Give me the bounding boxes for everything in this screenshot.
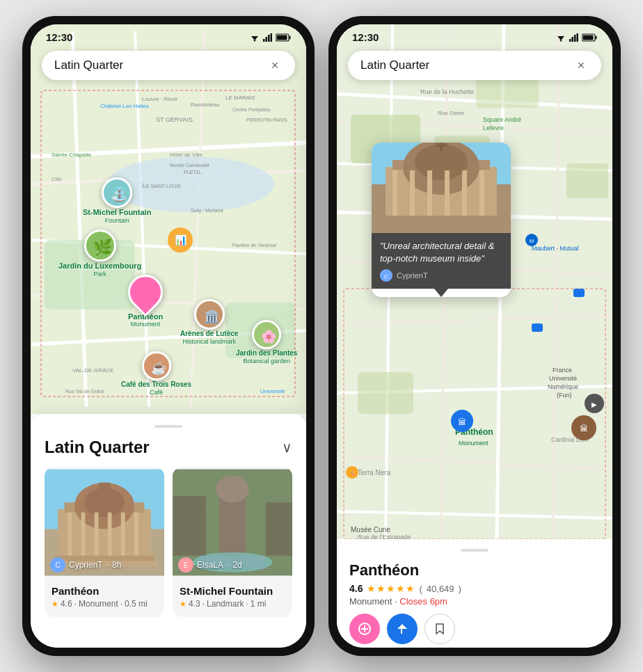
- svg-text:Rue Dante: Rue Dante: [438, 110, 465, 116]
- marker-arenes[interactable]: 🏛️ Arènes de Lutèce Historical landmark: [180, 299, 238, 345]
- svg-text:M: M: [530, 238, 534, 244]
- svg-text:ST GERVAIS: ST GERVAIS: [156, 116, 193, 123]
- card-time-pantheon: ·: [106, 560, 109, 570]
- svg-text:Lefevre: Lefevre: [483, 125, 504, 131]
- stars-row: ★ ★ ★ ★ ★: [367, 583, 415, 594]
- svg-text:Numérique: Numérique: [548, 383, 578, 390]
- card-avatar-pantheon: C: [50, 557, 65, 573]
- close-button-right[interactable]: ×: [573, 58, 589, 73]
- card-stmichel[interactable]: E ElsaLA · 2d St-Michel Fountain ★ 4.3: [173, 467, 292, 617]
- map-right[interactable]: M M B Rue de la Huchette Cluny La Sorbon…: [337, 24, 612, 539]
- popup-username: CyprienT: [397, 271, 428, 280]
- close-button-left[interactable]: ×: [267, 58, 283, 73]
- svg-text:Musée Carnavalet: Musée Carnavalet: [170, 163, 209, 168]
- svg-text:Louvre · Rivoli: Louvre · Rivoli: [142, 96, 177, 102]
- drag-handle: [154, 425, 182, 428]
- status-icons-right: [555, 33, 597, 42]
- marker-jardin-plantes[interactable]: 🌸 Jardin des Plantes Botanical garden: [236, 320, 297, 365]
- chevron-down-icon[interactable]: ∨: [282, 439, 292, 456]
- bookmark-icon: [434, 623, 446, 635]
- bottom-panel-right: Panthéon 4.6 ★ ★ ★ ★ ★ ( 40,649 ) Monume…: [337, 539, 612, 648]
- svg-rect-4: [268, 35, 270, 42]
- svg-text:France: France: [553, 367, 572, 374]
- marker-st-michel-label: St-Michel Fountain: [83, 208, 151, 217]
- svg-rect-155: [462, 170, 467, 216]
- action-row: [349, 614, 600, 644]
- card-username-pantheon: CyprienT: [69, 560, 103, 570]
- card-rating-pantheon: 4.6: [61, 599, 72, 609]
- card-info-pantheon: Panthéon ★ 4.6 · Monument · 0.5 mi: [45, 578, 164, 617]
- svg-marker-79: [559, 40, 562, 42]
- marker-cafe[interactable]: ☕ Café des Trois Roses Café: [121, 351, 191, 396]
- bottom-panel-left: Latin Quarter ∨: [31, 414, 306, 648]
- map-popup[interactable]: "Unreal architectural detail & top-notch…: [372, 143, 511, 297]
- star-1: ★: [367, 583, 376, 594]
- marker-pantheon-type: Monument: [131, 321, 161, 328]
- marker-plantes-type: Botanical garden: [243, 358, 290, 365]
- status-bar-right: 12:30: [337, 24, 612, 47]
- card-type-pantheon: Monument: [79, 599, 118, 609]
- svg-text:Rambuteau: Rambuteau: [191, 102, 219, 108]
- map-left[interactable]: ST GERVAIS Cité VAL-DE-GRÂCE Châtelet-Le…: [31, 24, 306, 414]
- status-time-right: 12:30: [352, 31, 379, 43]
- svg-rect-7: [289, 35, 291, 39]
- card-rating-stmichel: 4.3: [189, 599, 200, 609]
- svg-text:VAL-DE-GRÂCE: VAL-DE-GRÂCE: [72, 367, 113, 374]
- star-4: ★: [396, 583, 405, 594]
- svg-rect-86: [583, 35, 594, 40]
- directions-button[interactable]: [387, 614, 418, 644]
- card-avatar-stmichel: E: [178, 557, 193, 573]
- svg-rect-154: [445, 170, 450, 216]
- card-user-stmichel: E ElsaLA · 2d: [178, 557, 242, 573]
- panel-title: Latin Quarter: [45, 438, 150, 457]
- status-bar-left: 12:30: [31, 24, 306, 47]
- popup-user-row: C CyprienT: [380, 269, 502, 282]
- svg-text:Square André: Square André: [483, 116, 521, 123]
- svg-text:▶: ▶: [592, 401, 597, 408]
- marker-luxembourg-label: Jardin du Luxembourg: [58, 262, 141, 271]
- place-title: Panthéon: [349, 561, 600, 579]
- star-icon-pantheon: ★: [51, 600, 58, 609]
- pink-icon: [358, 622, 372, 636]
- card-pantheon[interactable]: C CyprienT · 8h Panthéon ★ 4.6 ·: [45, 467, 164, 617]
- marker-arenes-name: Arènes de Lutèce: [180, 330, 238, 338]
- popup-tail: [434, 289, 448, 297]
- svg-text:C: C: [384, 273, 388, 280]
- svg-text:Université: Université: [260, 388, 285, 394]
- drag-handle-right: [461, 549, 489, 552]
- search-bar-left[interactable]: Latin Quarter ×: [42, 51, 295, 80]
- svg-rect-74: [173, 496, 206, 556]
- svg-rect-59: [68, 513, 72, 556]
- svg-text:Sully · Morland: Sully · Morland: [191, 208, 223, 214]
- save-button[interactable]: [424, 614, 455, 644]
- svg-text:🏛: 🏛: [458, 417, 466, 427]
- svg-text:Rue de la Huchette: Rue de la Huchette: [420, 88, 474, 95]
- marker-pantheon-left[interactable]: Panthéon Monument: [128, 275, 163, 328]
- card-dot2-stmichel: ·: [246, 599, 248, 609]
- marker-st-michel-type: Fountain: [105, 217, 129, 224]
- card-timeago-pantheon: 8h: [112, 560, 121, 570]
- right-phone: 12:30 Latin: [328, 16, 621, 656]
- svg-rect-152: [410, 170, 415, 216]
- marker-jardin-luxembourg[interactable]: 🌿 Jardin du Luxembourg Park: [58, 230, 141, 278]
- svg-rect-151: [392, 170, 397, 216]
- pink-action-button[interactable]: [349, 614, 380, 644]
- search-bar-right[interactable]: Latin Quarter ×: [348, 51, 601, 80]
- star-icon-stmichel: ★: [180, 600, 186, 609]
- svg-text:🏛: 🏛: [580, 424, 588, 433]
- svg-rect-80: [569, 39, 571, 42]
- left-phone: 12:30 Latin: [22, 16, 315, 656]
- svg-text:🏛️: 🏛️: [204, 309, 220, 324]
- svg-point-71: [216, 476, 249, 502]
- svg-rect-2: [263, 39, 265, 42]
- card-time-stmichel: ·: [227, 560, 229, 570]
- signal-icon-right: [569, 33, 579, 42]
- svg-text:Hôtel de Ville: Hôtel de Ville: [170, 152, 203, 158]
- svg-text:C: C: [55, 561, 60, 569]
- svg-rect-83: [577, 33, 579, 42]
- status-time-left: 12:30: [46, 31, 72, 43]
- marker-cafe-type: Café: [150, 389, 163, 396]
- marker-st-michel[interactable]: ⛲ St-Michel Fountain Fountain: [83, 177, 151, 224]
- svg-marker-78: [557, 36, 564, 40]
- svg-text:E: E: [184, 561, 189, 569]
